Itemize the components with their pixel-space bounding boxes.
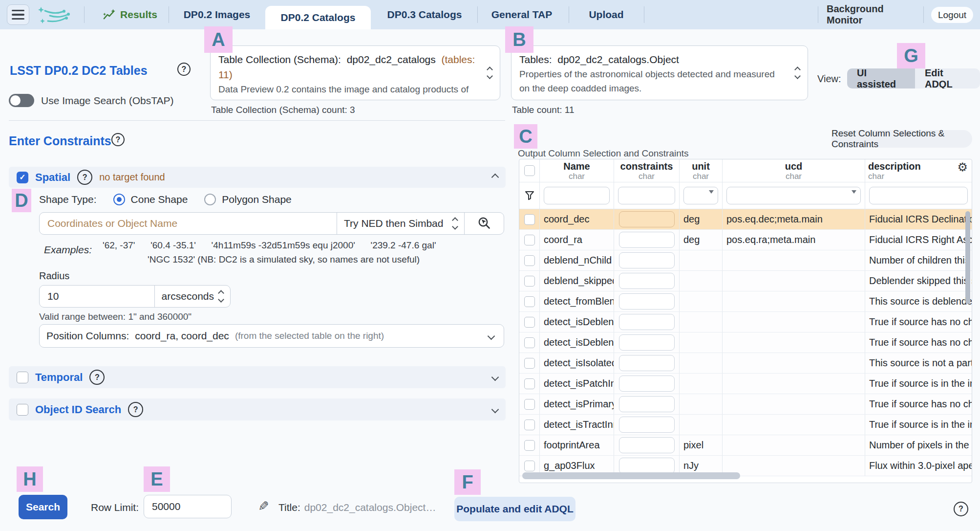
constraint-input[interactable] (619, 273, 675, 289)
populate-adql-button[interactable]: Populate and edit ADQL (454, 497, 575, 521)
row-checkbox[interactable] (524, 296, 535, 307)
object-id-help-icon[interactable]: ? (128, 402, 143, 417)
tables-spinner-icon[interactable] (795, 67, 800, 78)
table-row[interactable]: coord_dec deg pos.eq.dec;meta.main Fiduc… (519, 209, 972, 230)
nav-divider (818, 6, 818, 23)
row-limit-input[interactable] (151, 500, 224, 513)
tables-help-icon[interactable]: ? (177, 63, 191, 76)
columns-table: Name char constraints char unit char ucd… (519, 159, 972, 483)
object-id-expand-icon[interactable] (491, 406, 499, 414)
table-row[interactable]: detect_isTractInner True if source is in… (519, 415, 972, 435)
constraint-input[interactable] (619, 334, 675, 351)
radius-unit-select[interactable]: arcseconds (155, 286, 230, 307)
resolver-spinner-icon (453, 218, 457, 229)
background-monitor-button[interactable]: Background Monitor (827, 0, 915, 29)
collection-spinner-icon[interactable] (488, 67, 492, 78)
tab-upload[interactable]: Upload (576, 0, 636, 29)
row-checkbox[interactable] (524, 337, 535, 348)
object-id-section-header[interactable]: Object ID Search ? (9, 398, 506, 420)
select-all-checkbox[interactable] (524, 165, 535, 176)
polygon-shape-radio[interactable]: Polygon Shape (204, 194, 291, 205)
constraint-input[interactable] (619, 355, 675, 371)
temporal-help-icon[interactable]: ? (89, 370, 105, 385)
tab-dp02-catalogs[interactable]: DP0.2 Catalogs (265, 6, 371, 29)
table-row[interactable]: detect_isDeblendedSource True if source … (519, 312, 972, 332)
temporal-section-header[interactable]: Temporal ? (9, 366, 506, 388)
table-row[interactable]: detect_isIsolated This source is not a p… (519, 353, 972, 374)
filter-funnel-icon[interactable] (524, 190, 535, 201)
position-columns-expander[interactable]: Position Columns: coord_ra, coord_dec (f… (39, 324, 504, 348)
constraint-input[interactable] (619, 437, 675, 453)
cone-shape-radio[interactable]: Cone Shape (113, 194, 188, 205)
row-checkbox[interactable] (524, 317, 535, 328)
constraints-filter-input[interactable] (618, 187, 675, 204)
row-checkbox[interactable] (524, 440, 535, 451)
view-edit-adql-button[interactable]: Edit ADQL (915, 68, 980, 88)
table-row[interactable]: detect_fromBlend This source is deblende… (519, 291, 972, 312)
constraint-input[interactable] (619, 376, 675, 392)
row-checkbox[interactable] (524, 235, 535, 245)
image-search-toggle[interactable] (9, 94, 34, 107)
spatial-checkbox[interactable]: ✓ (17, 172, 28, 183)
tab-general-tap[interactable]: General TAP (485, 0, 559, 29)
unit-filter-select[interactable] (683, 187, 718, 204)
constraint-input[interactable] (619, 232, 675, 248)
temporal-checkbox[interactable] (17, 372, 28, 383)
table-collection-select[interactable]: Table Collection (Schema): dp02_dc2_cata… (210, 45, 500, 100)
tab-dp03-catalogs[interactable]: DP0.3 Catalogs (383, 0, 466, 29)
footer-help-icon[interactable]: ? (954, 502, 968, 516)
table-row[interactable]: coord_ra deg pos.eq.ra;meta.main Fiducia… (519, 230, 972, 250)
collection-line: Table Collection (Schema): dp02_dc2_cata… (218, 52, 478, 82)
tables-select[interactable]: Tables: dp02_dc2_catalogs.Object Propert… (511, 45, 808, 100)
description-filter-input[interactable] (869, 187, 968, 204)
row-checkbox[interactable] (524, 214, 535, 225)
reset-columns-button[interactable]: Reset Column Selections & Constraints (831, 130, 972, 148)
row-checkbox[interactable] (524, 255, 535, 266)
view-ui-assisted-button[interactable]: UI assisted (847, 68, 915, 88)
table-row[interactable]: deblend_nChild Number of children this o… (519, 250, 972, 271)
row-checkbox[interactable] (524, 399, 535, 410)
table-row[interactable]: detect_isPatchInner True if source is in… (519, 374, 972, 394)
tab-dp02-images[interactable]: DP0.2 Images (176, 0, 258, 29)
vertical-scrollbar[interactable] (965, 211, 970, 304)
temporal-expand-icon[interactable] (491, 374, 499, 381)
constraints-help-icon[interactable]: ? (111, 133, 125, 146)
spatial-help-icon[interactable]: ? (77, 170, 92, 185)
search-button[interactable]: Search (19, 495, 67, 519)
edit-title-pencil-icon[interactable]: ✎ (258, 499, 269, 514)
resolver-select[interactable]: Try NED then Simbad (337, 213, 464, 234)
hamburger-menu-button[interactable] (7, 4, 29, 25)
name-filter-input[interactable] (544, 187, 610, 204)
table-row[interactable]: footprintArea pixel Number of pixels in … (519, 435, 972, 456)
table-row[interactable]: detect_isDeblendedModelSource True if so… (519, 332, 972, 353)
row-checkbox[interactable] (524, 358, 535, 369)
table-row[interactable]: deblend_skipped Deblender skipped this s… (519, 271, 972, 291)
constraint-input[interactable] (619, 211, 675, 227)
resolve-search-button[interactable] (465, 213, 504, 234)
row-checkbox[interactable] (524, 276, 535, 287)
row-checkbox[interactable] (524, 378, 535, 389)
firefly-logo[interactable] (37, 5, 74, 25)
row-checkbox[interactable] (524, 420, 535, 430)
object-id-checkbox[interactable] (17, 404, 28, 416)
column-name-cell: detect_isIsolated (540, 353, 614, 373)
constraint-input[interactable] (619, 252, 675, 268)
table-row[interactable]: detect_isPrimary True if source has no c… (519, 394, 972, 415)
horizontal-scrollbar[interactable] (522, 472, 740, 479)
constraint-input[interactable] (619, 293, 675, 310)
constraint-input[interactable] (619, 417, 675, 433)
radius-input[interactable] (46, 290, 148, 303)
constraint-input[interactable] (619, 396, 675, 412)
spatial-collapse-icon[interactable] (491, 174, 499, 181)
column-name-cell: footprintArea (540, 435, 614, 455)
coordinates-input[interactable] (46, 217, 330, 230)
column-ucd-cell (723, 394, 865, 414)
ucd-filter-select[interactable] (726, 187, 861, 204)
tab-results[interactable]: Results (96, 0, 164, 29)
row-checkbox[interactable] (524, 461, 535, 471)
spatial-section-header[interactable]: ✓ Spatial ? no target found (9, 167, 506, 188)
constraint-input[interactable] (619, 314, 675, 330)
table-settings-gear-icon[interactable]: ⚙ (957, 161, 968, 173)
logout-button[interactable]: Logout (931, 7, 973, 23)
constraint-input[interactable] (619, 458, 675, 474)
